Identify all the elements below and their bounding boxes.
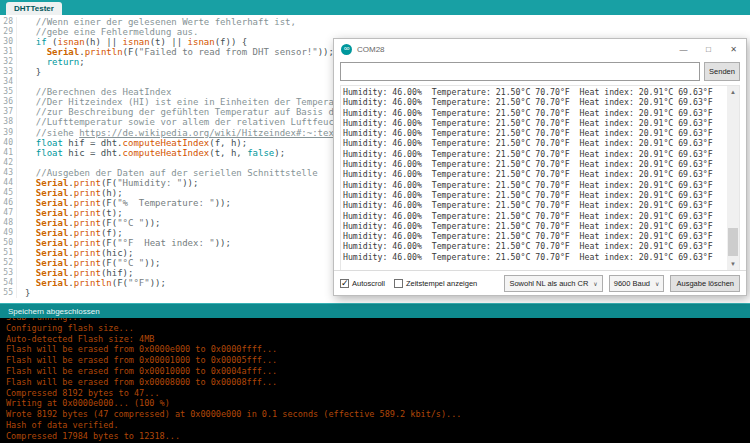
line-number: 52 bbox=[0, 258, 17, 268]
line-number: 31 bbox=[0, 47, 17, 57]
serial-output-area[interactable]: Humidity: 46.00% Temperature: 21.50°C 70… bbox=[340, 85, 740, 271]
line-number: 55 bbox=[0, 288, 17, 298]
console-line: Configuring flash size... bbox=[0, 323, 750, 334]
line-number: 32 bbox=[0, 57, 17, 67]
serial-row: Humidity: 46.00% Temperature: 21.50°C 70… bbox=[343, 149, 726, 159]
line-number: 41 bbox=[0, 148, 17, 158]
serial-monitor-titlebar[interactable]: ∞ COM28 — □ ✕ bbox=[334, 39, 746, 59]
console-line: Compressed 17984 bytes to 12318... bbox=[0, 431, 750, 442]
serial-output-rows: Humidity: 46.00% Temperature: 21.50°C 70… bbox=[343, 87, 726, 270]
timestamp-checkbox[interactable] bbox=[394, 279, 403, 288]
serial-row: Humidity: 46.00% Temperature: 21.50°C 70… bbox=[343, 211, 726, 221]
serial-send-input[interactable] bbox=[340, 62, 700, 81]
line-number: 50 bbox=[0, 238, 17, 248]
line-number: 33 bbox=[0, 67, 17, 77]
autoscroll-checkbox[interactable] bbox=[340, 279, 349, 288]
serial-row: Humidity: 46.00% Temperature: 21.50°C 70… bbox=[343, 97, 726, 107]
status-text: Speichern abgeschlossen bbox=[8, 307, 100, 316]
line-number: 48 bbox=[0, 218, 17, 228]
baud-rate-select[interactable]: 9600 Baud ∨ bbox=[609, 275, 665, 292]
line-number: 42 bbox=[0, 158, 17, 168]
serial-row: Humidity: 46.00% Temperature: 21.50°C 70… bbox=[343, 241, 726, 251]
maximize-icon[interactable]: □ bbox=[696, 40, 721, 59]
serial-row: Humidity: 46.00% Temperature: 21.50°C 70… bbox=[343, 252, 726, 262]
line-number: 45 bbox=[0, 188, 17, 198]
code-line: 28 //Wenn einer der gelesenen Werte fehl… bbox=[0, 17, 750, 27]
line-number: 44 bbox=[0, 178, 17, 188]
serial-row: Humidity: 46.00% Temperature: 21.50°C 70… bbox=[343, 221, 726, 231]
scrollbar[interactable]: ▲ ▼ bbox=[727, 86, 739, 270]
line-number: 28 bbox=[0, 17, 17, 27]
serial-monitor-controls: Autoscroll Zeitstempel anzeigen Sowohl N… bbox=[334, 270, 746, 295]
serial-monitor-title: COM28 bbox=[357, 45, 671, 54]
send-button[interactable]: Senden bbox=[704, 62, 740, 81]
console-line: Auto-detected Flash size: 4MB bbox=[0, 334, 750, 345]
scroll-up-icon[interactable]: ▲ bbox=[727, 86, 739, 98]
serial-row: Humidity: 46.00% Temperature: 21.50°C 70… bbox=[343, 190, 726, 200]
code-line: 29 //gebe eine Fehlermeldung aus. bbox=[0, 27, 750, 37]
line-number: 29 bbox=[0, 27, 17, 37]
arduino-ide-window: DHTTester 28 //Wenn einer der gelesenen … bbox=[0, 0, 750, 443]
chevron-down-icon: ∨ bbox=[655, 280, 659, 287]
line-number: 37 bbox=[0, 107, 17, 117]
line-number: 54 bbox=[0, 278, 17, 288]
line-number: 36 bbox=[0, 97, 17, 107]
console-line: Hash of data verified. bbox=[0, 420, 750, 431]
serial-row: Humidity: 46.00% Temperature: 21.50°C 70… bbox=[343, 159, 726, 169]
scroll-down-icon[interactable]: ▼ bbox=[727, 258, 739, 270]
editor-tab-strip: DHTTester bbox=[0, 0, 750, 15]
console-line: Flash will be erased from 0x00010000 to … bbox=[0, 366, 750, 377]
serial-row: Humidity: 46.00% Temperature: 21.50°C 70… bbox=[343, 200, 726, 210]
send-row: Senden bbox=[340, 62, 740, 81]
baud-rate-value: 9600 Baud bbox=[614, 279, 650, 288]
serial-row: Humidity: 46.00% Temperature: 21.50°C 70… bbox=[343, 169, 726, 179]
line-number: 46 bbox=[0, 198, 17, 208]
clear-output-button[interactable]: Ausgabe löschen bbox=[670, 275, 740, 292]
line-number: 38 bbox=[0, 117, 17, 127]
serial-row: Humidity: 46.00% Temperature: 21.50°C 70… bbox=[343, 231, 726, 241]
line-ending-select[interactable]: Sowohl NL als auch CR ∨ bbox=[504, 275, 602, 292]
status-bar: Speichern abgeschlossen bbox=[0, 303, 750, 318]
line-number: 51 bbox=[0, 248, 17, 258]
tab-dhttester[interactable]: DHTTester bbox=[6, 2, 62, 15]
line-number: 39 bbox=[0, 128, 17, 138]
autoscroll-label: Autoscroll bbox=[352, 279, 385, 288]
serial-row: Humidity: 46.00% Temperature: 21.50°C 70… bbox=[343, 128, 726, 138]
console-line: Writing at 0x0000e000... (100 %) bbox=[0, 398, 750, 409]
serial-row: Humidity: 46.00% Temperature: 21.50°C 70… bbox=[343, 108, 726, 118]
line-number: 34 bbox=[0, 77, 17, 87]
console-line: Flash will be erased from 0x00001000 to … bbox=[0, 355, 750, 366]
line-number: 53 bbox=[0, 268, 17, 278]
line-number: 35 bbox=[0, 87, 17, 97]
line-number: 40 bbox=[0, 138, 17, 148]
console-line: Compressed 8192 bytes to 47... bbox=[0, 388, 750, 399]
arduino-icon: ∞ bbox=[341, 44, 352, 55]
serial-row: Humidity: 46.00% Temperature: 21.50°C 70… bbox=[343, 180, 726, 190]
minimize-icon[interactable]: — bbox=[671, 40, 696, 59]
line-number: 30 bbox=[0, 37, 17, 47]
upload-console: Stub running...Configuring flash size...… bbox=[0, 318, 750, 443]
line-number: 49 bbox=[0, 228, 17, 238]
console-line: Flash will be erased from 0x0000e000 to … bbox=[0, 344, 750, 355]
line-number: 47 bbox=[0, 208, 17, 218]
line-ending-value: Sowohl NL als auch CR bbox=[509, 279, 588, 288]
console-line: Flash will be erased from 0x00008000 to … bbox=[0, 377, 750, 388]
console-line: Wrote 8192 bytes (47 compressed) at 0x00… bbox=[0, 409, 750, 420]
serial-row: Humidity: 46.00% Temperature: 21.50°C 70… bbox=[343, 87, 726, 97]
close-icon[interactable]: ✕ bbox=[721, 40, 746, 59]
serial-monitor-window: ∞ COM28 — □ ✕ Senden Humidity: 46.00% Te… bbox=[333, 38, 747, 296]
line-number: 43 bbox=[0, 168, 17, 178]
serial-row: Humidity: 46.00% Temperature: 21.50°C 70… bbox=[343, 118, 726, 128]
timestamp-label: Zeitstempel anzeigen bbox=[406, 279, 477, 288]
chevron-down-icon: ∨ bbox=[593, 280, 597, 287]
serial-row: Humidity: 46.00% Temperature: 21.50°C 70… bbox=[343, 138, 726, 148]
scrollbar-thumb[interactable] bbox=[728, 228, 738, 256]
